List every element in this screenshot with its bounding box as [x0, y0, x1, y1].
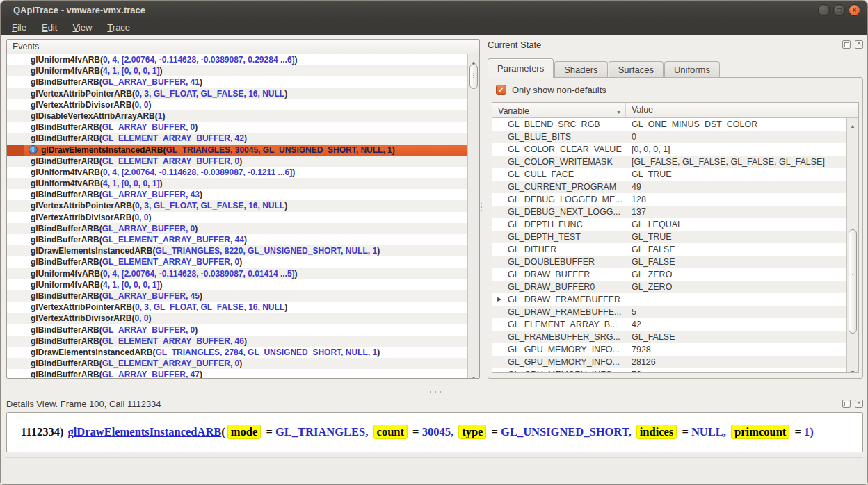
state-table-scrollbar[interactable] [846, 118, 858, 372]
table-row[interactable]: GL_GPU_MEMORY_INFO...7928 [492, 343, 846, 356]
table-row[interactable]: GL_ELEMENT_ARRAY_B...42 [492, 318, 846, 331]
event-row[interactable]: glVertexAttribPointerARB(0, 3, GL_FLOAT,… [7, 200, 467, 211]
table-row[interactable]: GL_DEPTH_TESTGL_TRUE [492, 231, 846, 243]
menu-view[interactable]: View [72, 22, 92, 33]
event-row[interactable]: glVertexAttribDivisorARB(0, 0) [7, 99, 467, 110]
event-row[interactable]: glUniform4fvARB(0, 4, [2.00764, -0.11462… [7, 268, 467, 279]
menu-trace[interactable]: Trace [107, 22, 130, 33]
menu-edit[interactable]: Edit [42, 22, 57, 33]
event-row[interactable]: glBindBufferARB(GL_ARRAY_BUFFER, 47) [7, 369, 467, 378]
event-row[interactable]: iglDrawElementsInstancedARB(GL_TRIANGLES… [7, 145, 467, 156]
event-row[interactable]: glUniform4fvARB(4, 1, [0, 0, 0, 1]) [7, 65, 467, 76]
table-row[interactable]: GL_FRAMEBUFFER_SRG...GL_FALSE [492, 331, 846, 343]
call-arguments: GL_ARRAY_BUFFER, 41 [102, 77, 200, 87]
scroll-up-icon[interactable] [847, 118, 858, 126]
event-row[interactable]: glBindBufferARB(GL_ELEMENT_ARRAY_BUFFER,… [7, 358, 467, 369]
value-cell: 28126 [626, 356, 656, 368]
table-row[interactable]: GL_GPU_MEMORY_INFO...72 [492, 368, 846, 372]
event-row[interactable]: glDisableVertexAttribArrayARB(1) [7, 110, 467, 122]
event-row[interactable]: glBindBufferARB(GL_ARRAY_BUFFER, 0) [7, 223, 467, 234]
event-row[interactable]: glBindBufferARB(GL_ELEMENT_ARRAY_BUFFER,… [7, 336, 467, 347]
event-row[interactable]: glUniform4fvARB(0, 4, [2.00764, -0.11462… [7, 54, 467, 65]
events-scrollbar[interactable] [467, 54, 479, 378]
titlebar[interactable]: QApiTrace - vmware-vmx.trace −□× [1, 1, 867, 20]
event-row[interactable]: glVertexAttribDivisorARB(0, 0) [7, 212, 467, 223]
table-row[interactable]: GL_DRAW_BUFFER0GL_ZERO [492, 281, 846, 293]
call-function-name: glBindBufferARB [31, 325, 99, 335]
event-row[interactable]: glBindBufferARB(GL_ARRAY_BUFFER, 43) [7, 189, 467, 200]
table-row[interactable]: GL_GPU_MEMORY_INFO...28126 [492, 356, 846, 368]
call-function-link[interactable]: glDrawElementsInstancedARB [67, 425, 221, 438]
event-row[interactable]: glBindBufferARB(GL_ARRAY_BUFFER, 41) [7, 76, 467, 88]
scroll-down-icon[interactable] [847, 364, 858, 372]
table-row[interactable]: GL_CULL_FACEGL_TRUE [492, 168, 846, 181]
call-function-name: glUniform4fvARB [31, 269, 100, 279]
variable-cell: GL_DEBUG_NEXT_LOGG... [492, 206, 626, 218]
tab-uniforms[interactable]: Uniforms [664, 61, 720, 78]
column-header-value[interactable]: Value [626, 103, 858, 117]
event-row[interactable]: glBindBufferARB(GL_ARRAY_BUFFER, 0) [7, 122, 467, 133]
table-row[interactable]: GL_CURRENT_PROGRAM49 [492, 181, 846, 193]
state-scrollbar-thumb[interactable] [849, 229, 857, 334]
event-row[interactable]: glBindBufferARB(GL_ARRAY_BUFFER, 45) [7, 290, 467, 302]
close-icon[interactable]: × [849, 4, 860, 16]
minimize-icon[interactable]: − [818, 4, 830, 16]
table-row[interactable]: GL_DEBUG_NEXT_LOGG...137 [492, 206, 846, 218]
vertical-splitter-handle[interactable] [479, 201, 483, 216]
column-header-variable[interactable]: Variable [492, 103, 626, 117]
call-arguments: 0, 3, GL_FLOAT, GL_FALSE, 16, NULL [135, 302, 284, 312]
close-pane-icon[interactable] [855, 40, 863, 49]
event-row[interactable]: glBindBufferARB(GL_ARRAY_BUFFER, 0) [7, 324, 467, 336]
table-row[interactable]: GL_DRAW_BUFFERGL_ZERO [492, 268, 846, 281]
horizontal-splitter-handle[interactable] [419, 390, 451, 394]
tab-parameters[interactable]: Parameters [488, 58, 554, 78]
value-cell: 137 [626, 206, 646, 218]
table-row[interactable]: GL_DEBUG_LOGGED_ME...128 [492, 193, 846, 206]
event-row[interactable]: glUniform4fvARB(0, 4, [2.00764, -0.11462… [7, 167, 467, 178]
table-row[interactable]: GL_COLOR_WRITEMASK[GL_FALSE, GL_FALSE, G… [492, 156, 846, 168]
event-row[interactable]: glUniform4fvARB(4, 1, [0, 0, 0, 1]) [7, 279, 467, 290]
value-cell: 7928 [626, 343, 651, 356]
event-row[interactable]: glVertexAttribPointerARB(0, 3, GL_FLOAT,… [7, 302, 467, 313]
table-row[interactable]: GL_DEPTH_FUNCGL_LEQUAL [492, 218, 846, 231]
event-row[interactable]: glVertexAttribPointerARB(0, 3, GL_FLOAT,… [7, 88, 467, 99]
table-row[interactable]: GL_BLUE_BITS0 [492, 131, 846, 143]
param-value: GL_TRIANGLES, [275, 425, 371, 438]
event-row[interactable]: glDrawElementsInstancedARB(GL_TRIANGLES,… [7, 245, 467, 256]
event-row[interactable]: glDrawElementsInstancedARB(GL_TRIANGLES,… [7, 347, 467, 358]
call-function-name: glVertexAttribPointerARB [31, 201, 132, 211]
close-pane-icon[interactable] [855, 400, 863, 408]
value-cell: GL_FALSE [626, 256, 675, 268]
table-row[interactable]: GL_DITHERGL_FALSE [492, 243, 846, 256]
event-row[interactable]: glBindBufferARB(GL_ELEMENT_ARRAY_BUFFER,… [7, 256, 467, 268]
event-row[interactable]: glBindBufferARB(GL_ELEMENT_ARRAY_BUFFER,… [7, 133, 467, 144]
event-row[interactable]: glBindBufferARB(GL_ELEMENT_ARRAY_BUFFER,… [7, 156, 467, 167]
scroll-down-icon[interactable] [468, 370, 479, 378]
expand-arrow-icon[interactable] [497, 293, 501, 306]
tab-surfaces[interactable]: Surfaces [609, 61, 664, 78]
only-show-non-defaults-checkbox[interactable] [496, 85, 506, 95]
state-table-body: GL_BLEND_SRC_RGBGL_ONE_MINUS_DST_COLORGL… [492, 118, 846, 372]
maximize-icon[interactable]: □ [833, 4, 845, 16]
events-column-header[interactable]: Events [7, 40, 479, 54]
event-row[interactable]: glBindBufferARB(GL_ELEMENT_ARRAY_BUFFER,… [7, 234, 467, 245]
call-function-name: glVertexAttribPointerARB [31, 89, 132, 99]
call-arguments: 0, 0 [134, 213, 148, 222]
table-row[interactable]: GL_DRAW_FRAMEBUFFER [492, 293, 846, 306]
table-row[interactable]: GL_DRAW_FRAMEBUFFE...5 [492, 306, 846, 318]
event-row[interactable]: glUniform4fvARB(4, 1, [0, 0, 0, 1]) [7, 178, 467, 189]
call-function-name: glUniform4fvARB [31, 66, 100, 76]
table-row[interactable]: GL_BLEND_SRC_RGBGL_ONE_MINUS_DST_COLOR [492, 118, 846, 131]
value-cell: [0, 0, 0, 1] [626, 143, 670, 156]
events-panel: Events glUniform4fvARB(0, 4, [2.00764, -… [6, 39, 480, 379]
float-pane-icon[interactable] [842, 40, 851, 49]
table-row[interactable]: GL_DOUBLEBUFFERGL_FALSE [492, 256, 846, 268]
table-row[interactable]: GL_COLOR_CLEAR_VALUE[0, 0, 0, 1] [492, 143, 846, 156]
scroll-up-icon[interactable] [468, 54, 479, 63]
events-scrollbar-thumb[interactable] [469, 64, 478, 89]
event-row[interactable]: glVertexAttribDivisorARB(0, 0) [7, 313, 467, 324]
float-pane-icon[interactable] [842, 400, 851, 408]
tab-shaders[interactable]: Shaders [554, 61, 607, 78]
param-name-highlight: count [373, 425, 408, 439]
menu-file[interactable]: File [12, 22, 26, 33]
